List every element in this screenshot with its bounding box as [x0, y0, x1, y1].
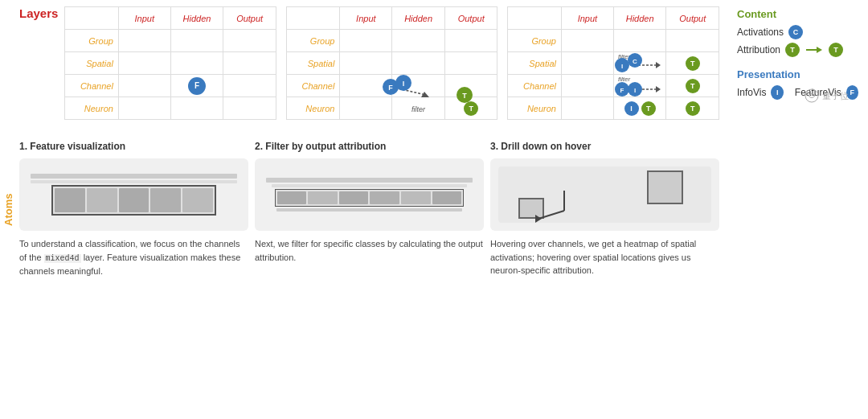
- col-output-3: Output: [666, 7, 719, 30]
- node-f-grid1: F: [188, 77, 206, 95]
- layer-grid-1: Input Hidden Output Group Spatial: [64, 6, 276, 120]
- layers-title: Layers: [19, 6, 58, 20]
- content-area: Layers Input Hidden Output Group: [16, 0, 727, 419]
- svg-text:T: T: [462, 92, 467, 100]
- svg-text:F: F: [620, 87, 624, 94]
- row-channel: Channel: [65, 75, 119, 97]
- grid-1: Input Hidden Output Group Spatial: [64, 6, 276, 120]
- attribution-to: T: [829, 43, 843, 57]
- steps-section: 1. Feature visualization: [19, 141, 719, 277]
- col-input-1: Input: [118, 7, 170, 30]
- step-1: 1. Feature visualization: [19, 141, 248, 277]
- attribution-row: Attribution T T: [737, 43, 858, 57]
- svg-marker-10: [656, 62, 661, 68]
- node-t-grid3-channel: T: [686, 79, 700, 93]
- step-3-title: 3. Drill down on hover: [490, 141, 719, 152]
- node-t-grid3-neuron-out: T: [686, 101, 700, 116]
- svg-marker-23: [535, 215, 542, 223]
- svg-text:F: F: [388, 84, 393, 92]
- infovis-node: I: [771, 85, 783, 100]
- watermark-icon: [805, 88, 819, 103]
- svg-line-22: [538, 211, 564, 219]
- main-container: Atoms Layers Input Hidden Output: [0, 0, 868, 419]
- step-2-desc: Next, we filter for specific classes by …: [255, 237, 484, 264]
- infovis-label: InfoVis: [737, 87, 766, 98]
- three-grids: Input Hidden Output Group Spatial: [64, 6, 719, 120]
- col-output-1: Output: [223, 7, 276, 30]
- row-group: Group: [65, 30, 119, 52]
- col-input-2: Input: [340, 7, 392, 30]
- step-1-image: [19, 158, 248, 231]
- step-1-title: 1. Feature visualization: [19, 141, 248, 152]
- svg-text:I: I: [634, 87, 636, 94]
- right-panel: Content Activations C Attribution T T Pr…: [727, 0, 868, 419]
- grid-3: Input Hidden Output Group Spatial: [507, 6, 719, 120]
- diagram-2b: T: [437, 75, 492, 115]
- step-3-desc: Hovering over channels, we get a heatmap…: [490, 237, 719, 277]
- presentation-title: Presentation: [737, 68, 858, 80]
- step-2-image: [255, 158, 484, 231]
- content-title: Content: [737, 8, 858, 20]
- layers-section: Layers Input Hidden Output Group: [19, 6, 719, 129]
- row-spatial: Spatial: [65, 52, 119, 75]
- node-i-grid3-neuron: I: [624, 101, 639, 116]
- attribution-from: T: [785, 43, 800, 57]
- layer-grid-2: Input Hidden Output Group Spatial: [286, 6, 498, 120]
- node-t-grid3-neuron: T: [641, 101, 656, 116]
- svg-text:I: I: [403, 80, 405, 88]
- step-2: 2. Filter by output attribution: [255, 141, 484, 277]
- activations-label: Activations: [737, 27, 784, 38]
- col-hidden-1: Hidden: [170, 7, 223, 30]
- hover-arrow: [522, 166, 587, 231]
- node-t-grid3-spatial: T: [686, 56, 700, 71]
- step-3: 3. Drill down on hover Hove: [490, 141, 719, 277]
- svg-point-27: [805, 89, 818, 102]
- svg-marker-26: [817, 47, 822, 53]
- col-hidden-2: Hidden: [392, 7, 445, 30]
- svg-text:C: C: [633, 58, 637, 65]
- step-2-title: 2. Filter by output attribution: [255, 141, 484, 152]
- diagram-3-channel: filter F I: [614, 72, 670, 101]
- step-1-desc: To understand a classification, we focus…: [19, 237, 248, 277]
- grid-2: Input Hidden Output Group Spatial: [286, 6, 498, 120]
- col-hidden-3: Hidden: [613, 7, 666, 30]
- svg-text:I: I: [621, 63, 623, 70]
- row-neuron: Neuron: [65, 97, 119, 120]
- activation-node: C: [788, 25, 803, 39]
- activations-row: Activations C: [737, 25, 858, 39]
- diagram-2: F I: [376, 67, 431, 107]
- atoms-label: Atoms: [0, 0, 16, 419]
- svg-text:filter: filter: [618, 76, 630, 83]
- step-3-image: [490, 158, 719, 231]
- watermark: 量子位: [805, 88, 849, 103]
- col-input-3: Input: [561, 7, 613, 30]
- content-section: Content Activations C Attribution T T: [737, 8, 858, 57]
- layer-grid-3: Input Hidden Output Group Spatial: [507, 6, 719, 120]
- attribution-arrow: [805, 44, 824, 55]
- col-output-2: Output: [444, 7, 497, 30]
- attribution-label: Attribution: [737, 44, 780, 55]
- svg-marker-17: [656, 86, 661, 92]
